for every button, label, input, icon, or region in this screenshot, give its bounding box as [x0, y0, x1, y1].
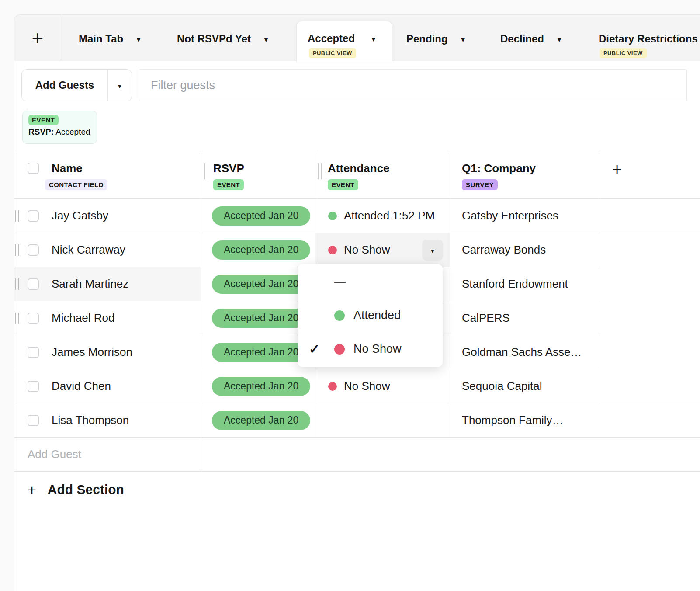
attendance-cell[interactable]: No Show	[315, 369, 450, 403]
table-row: David Chen Accepted Jan 20 No Show Sequo…	[14, 369, 700, 403]
guest-name: Lisa Thompson	[52, 414, 129, 427]
plus-icon: +	[28, 482, 36, 497]
attendance-cell[interactable]: Attended 1:52 PM	[315, 199, 450, 233]
caret-down-icon[interactable]: ▼	[371, 35, 377, 43]
no-show-dot-icon	[334, 344, 345, 355]
attendance-cell[interactable]	[315, 403, 450, 437]
row-checkbox[interactable]	[28, 313, 39, 324]
guest-name: David Chen	[52, 379, 111, 393]
name-cell[interactable]: James Morrison	[14, 335, 201, 369]
rsvp-pill: Accepted Jan 20	[212, 206, 310, 226]
row-drag-handle[interactable]	[15, 313, 19, 324]
company-cell[interactable]: Carraway Bonds	[450, 233, 598, 267]
caret-down-icon[interactable]: ▼	[556, 35, 562, 43]
rsvp-cell[interactable]: Accepted Jan 20	[201, 199, 315, 233]
add-tab-button[interactable]: +	[14, 15, 61, 61]
name-cell[interactable]: Jay Gatsby	[14, 199, 201, 233]
name-cell[interactable]: Nick Carraway	[14, 233, 201, 267]
rsvp-cell[interactable]: Accepted Jan 20	[201, 403, 315, 437]
company-cell[interactable]: CalPERS	[450, 301, 598, 335]
row-checkbox[interactable]	[28, 210, 39, 222]
name-cell[interactable]: David Chen	[14, 369, 201, 403]
rsvp-pill: Accepted Jan 20	[212, 309, 310, 328]
column-header-company[interactable]: Q1: Company SURVEY	[450, 151, 598, 198]
column-title: RSVP	[213, 162, 244, 175]
row-drag-handle[interactable]	[15, 278, 19, 290]
company-cell[interactable]: Goldman Sachs Asse…	[450, 335, 598, 369]
row-drag-handle[interactable]	[15, 210, 19, 222]
column-drag-handle[interactable]	[204, 163, 208, 179]
tab-dietary-restrictions[interactable]: Dietary Restrictions	[599, 32, 698, 45]
row-drag-handle[interactable]	[15, 244, 19, 256]
row-checkbox[interactable]	[28, 244, 39, 256]
company-value: Thompson Family…	[462, 414, 564, 427]
row-checkbox[interactable]	[28, 347, 39, 358]
empty-cell[interactable]	[598, 267, 700, 301]
check-icon: ✓	[309, 341, 334, 357]
caret-down-icon: ▼	[117, 81, 123, 90]
row-checkbox[interactable]	[28, 278, 39, 290]
guest-name: Jay Gatsby	[52, 209, 108, 222]
company-cell[interactable]: Stanford Endowment	[450, 267, 598, 301]
column-header-attendance[interactable]: Attendance EVENT	[315, 151, 450, 198]
row-checkbox[interactable]	[28, 381, 39, 392]
attendance-cell-active[interactable]: No Show ▼	[315, 233, 450, 267]
tab-label: Not RSVPd Yet	[177, 33, 251, 45]
empty-cell[interactable]	[598, 199, 700, 233]
column-header-name[interactable]: Name CONTACT FIELD	[14, 151, 201, 198]
name-cell[interactable]: Michael Rod	[14, 301, 201, 335]
company-cell[interactable]: Gatsby Enterprises	[450, 199, 598, 233]
attendance-status: No Show	[344, 243, 390, 257]
add-guests-button[interactable]: Add Guests ▼	[21, 69, 132, 101]
company-cell[interactable]: Sequoia Capital	[450, 369, 598, 403]
column-drag-handle[interactable]	[318, 163, 322, 179]
guest-name: Nick Carraway	[52, 243, 125, 257]
menu-item-attended[interactable]: Attended	[298, 299, 443, 332]
column-header-rsvp[interactable]: RSVP EVENT	[201, 151, 315, 198]
add-guests-caret-button[interactable]: ▼	[108, 70, 132, 101]
filter-guests-input[interactable]	[139, 69, 687, 101]
company-cell[interactable]: Thompson Family…	[450, 403, 598, 437]
empty-cell[interactable]	[598, 403, 700, 437]
caret-down-icon[interactable]: ▼	[460, 35, 466, 43]
add-section-label: Add Section	[48, 482, 124, 497]
company-value: Goldman Sachs Asse…	[462, 345, 582, 359]
rsvp-pill: Accepted Jan 20	[212, 343, 310, 362]
menu-item-label: No Show	[353, 342, 402, 356]
guest-name: James Morrison	[52, 345, 132, 359]
add-guest-row[interactable]: Add Guest	[14, 438, 700, 472]
rsvp-cell[interactable]: Accepted Jan 20	[201, 233, 315, 267]
add-section-button[interactable]: + Add Section	[14, 472, 700, 508]
empty-cell[interactable]	[598, 335, 700, 369]
empty-cell[interactable]	[598, 369, 700, 403]
filter-chip-label: RSVP: Accepted	[28, 127, 90, 137]
rsvp-cell[interactable]: Accepted Jan 20	[201, 369, 315, 403]
menu-item-no-show[interactable]: ✓ No Show	[298, 332, 443, 366]
empty-cell[interactable]	[598, 301, 700, 335]
tab-accepted[interactable]: Accepted ▼ PUBLIC VIEW	[296, 21, 392, 62]
company-value: CalPERS	[462, 311, 510, 325]
column-title: Name	[52, 162, 83, 175]
guest-name: Michael Rod	[52, 311, 115, 325]
row-checkbox[interactable]	[28, 415, 39, 426]
name-cell[interactable]: Lisa Thompson	[14, 403, 201, 437]
caret-down-icon[interactable]: ▼	[135, 35, 142, 43]
select-all-checkbox[interactable]	[28, 163, 39, 174]
company-value: Gatsby Enterprises	[462, 209, 558, 222]
menu-item-clear[interactable]: —	[298, 265, 443, 299]
tab-declined[interactable]: Declined ▼	[500, 32, 562, 45]
tab-pending[interactable]: Pending ▼	[406, 32, 466, 45]
empty-cell[interactable]	[598, 233, 700, 267]
tab-label: Dietary Restrictions	[599, 33, 698, 45]
tab-main-tab[interactable]: Main Tab ▼	[79, 32, 142, 45]
attendance-menu: — Attended ✓ No Show	[298, 264, 443, 367]
caret-down-icon[interactable]: ▼	[263, 35, 269, 43]
name-cell[interactable]: Sarah Martinez	[14, 267, 201, 301]
add-column-button[interactable]: +	[612, 161, 622, 177]
rsvp-pill: Accepted Jan 20	[212, 377, 310, 396]
tab-not-rsvpd-yet[interactable]: Not RSVPd Yet ▼	[177, 32, 269, 45]
filter-chip[interactable]: EVENT RSVP: Accepted	[22, 111, 97, 144]
attendance-dropdown-button[interactable]: ▼	[422, 240, 443, 261]
add-guest-cell[interactable]: Add Guest	[14, 438, 201, 471]
guest-list-app: { "icons": { "caret_down": "▼", "plus": …	[0, 0, 700, 591]
